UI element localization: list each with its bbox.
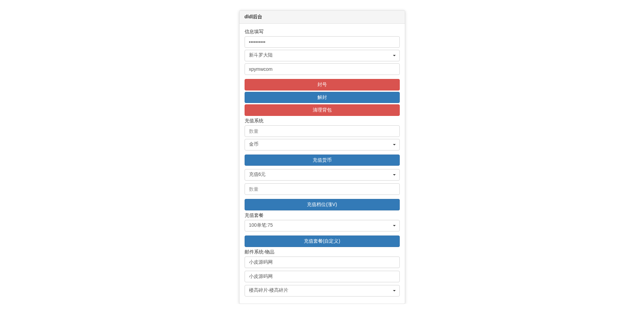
account-input[interactable] (245, 63, 400, 75)
info-section-label: 信息填写 (245, 29, 400, 35)
panel-body: 信息填写 新斗罗大陆 封号 解封 清理背包 充值系统 金币 充值货币 充值6元 … (240, 24, 405, 304)
recharge-quantity-input[interactable] (245, 125, 400, 137)
package-select-value: 100单笔:75 (245, 220, 400, 231)
recharge-package-button[interactable]: 充值套餐(自定义) (245, 236, 400, 247)
tier-quantity-input[interactable] (245, 183, 400, 195)
server-select[interactable]: 新斗罗大陆 (245, 50, 400, 61)
server-select-value: 新斗罗大陆 (245, 50, 400, 61)
mail-item-select[interactable]: 楼高碎片-楼高碎片 (245, 285, 400, 297)
mail-field2-input[interactable] (245, 271, 400, 282)
mail-field1-input[interactable] (245, 257, 400, 268)
recharge-currency-button[interactable]: 充值货币 (245, 155, 400, 166)
mail-section-label: 邮件系统-物品 (245, 249, 400, 255)
panel-title: dldl后台 (240, 11, 405, 24)
admin-panel: dldl后台 信息填写 新斗罗大陆 封号 解封 清理背包 充值系统 金币 充值货… (239, 10, 405, 304)
clear-bag-button[interactable]: 清理背包 (245, 104, 400, 116)
ban-button[interactable]: 封号 (245, 79, 400, 90)
unban-button[interactable]: 解封 (245, 92, 400, 103)
tier-select[interactable]: 充值6元 (245, 169, 400, 181)
mail-item-select-value: 楼高碎片-楼高碎片 (245, 285, 400, 297)
recharge-tier-button[interactable]: 充值档位(涨V) (245, 199, 400, 210)
package-section-label: 充值套餐 (245, 212, 400, 219)
recharge-section-label: 充值系统 (245, 118, 400, 124)
tier-select-value: 充值6元 (245, 169, 400, 181)
currency-select-value: 金币 (245, 139, 400, 150)
currency-select[interactable]: 金币 (245, 139, 400, 150)
package-select[interactable]: 100单笔:75 (245, 220, 400, 231)
password-input[interactable] (245, 36, 400, 48)
